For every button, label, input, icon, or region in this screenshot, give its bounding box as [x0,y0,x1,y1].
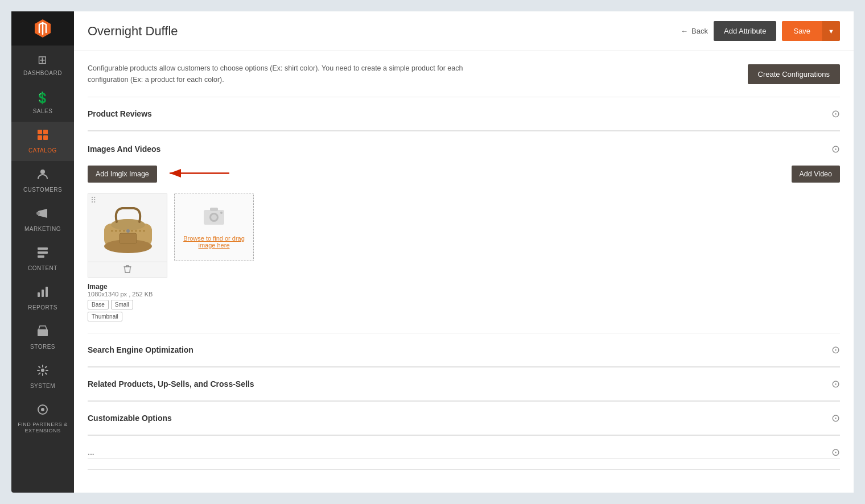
marketing-icon [36,207,49,223]
sidebar-item-label: CUSTOMERS [23,186,62,193]
sidebar-item-label: FIND PARTNERS & EXTENSIONS [16,422,69,434]
config-notice: Configurable products allow customers to… [88,51,840,97]
sidebar-item-system[interactable]: SYSTEM [11,357,74,396]
image-card: ⠿ [88,193,167,321]
sidebar-item-dashboard[interactable]: ⊞ DASHBOARD [11,46,74,84]
page-header: Overnight Duffle ← Back Add Attribute Sa… [74,11,854,51]
svg-point-28 [211,214,217,220]
sidebar-item-catalog[interactable]: CATALOG [11,122,74,161]
sidebar-item-sales[interactable]: 💲 SALES [11,84,74,122]
sidebar-item-label: CONTENT [28,265,57,272]
svg-rect-3 [43,135,48,140]
sidebar-item-label: SALES [33,108,53,115]
sidebar-item-label: DASHBOARD [23,69,62,77]
sidebar-item-label: MARKETING [24,225,61,233]
additional-section-title: ... [88,448,94,457]
magento-logo-icon [32,18,53,39]
svg-rect-1 [43,130,48,134]
trash-icon[interactable] [123,265,131,275]
page-title: Overnight Duffle [88,24,681,39]
save-button[interactable]: Save [782,21,822,41]
extensions-icon [36,403,49,419]
customizable-options-section: Customizable Options ⊙ [88,402,840,436]
additional-section-toggle-icon: ⊙ [831,446,840,458]
image-tags: Base Small [88,300,167,309]
reports-icon [36,286,49,301]
image-tag-small[interactable]: Small [111,300,133,309]
sidebar-item-stores[interactable]: STORES [11,318,74,357]
stores-icon [36,325,49,341]
config-notice-text: Configurable products allow customers to… [88,63,486,85]
product-reviews-toggle-icon: ⊙ [831,108,840,120]
svg-point-13 [41,369,44,372]
svg-point-15 [41,408,44,411]
product-image-svg [97,198,159,258]
add-attribute-button[interactable]: Add Attribute [714,21,776,41]
dashboard-icon: ⊞ [38,52,48,67]
svg-rect-10 [42,290,44,297]
svg-rect-24 [120,233,137,243]
delete-icon-area [88,262,167,278]
main-content: Overnight Duffle ← Back Add Attribute Sa… [74,11,854,493]
save-dropdown-button[interactable]: ▼ [822,21,840,41]
product-reviews-header[interactable]: Product Reviews ⊙ [88,97,840,131]
customizable-options-title: Customizable Options [88,414,172,423]
sidebar: ⊞ DASHBOARD 💲 SALES CATALOG CUSTOMERS MA… [11,11,74,493]
svg-point-25 [126,229,130,233]
svg-rect-9 [38,292,40,297]
content-icon [36,246,49,262]
drag-handle-icon[interactable]: ⠿ [90,196,96,205]
upload-text[interactable]: Browse to find or drag image here [175,235,253,249]
svg-rect-12 [38,329,48,336]
image-meta: Image 1080x1340 px , 252 KB Base Small T… [88,283,167,321]
system-icon [36,364,49,380]
image-tag-base[interactable]: Base [88,300,109,309]
svg-rect-7 [38,251,48,254]
customizable-options-toggle-icon: ⊙ [831,412,840,424]
additional-section-header[interactable]: ... ⊙ [88,446,840,459]
related-products-title: Related Products, Up-Sells, and Cross-Se… [88,379,254,389]
images-videos-header: Images And Videos ⊙ [88,143,840,155]
svg-rect-8 [38,255,44,258]
customers-icon [36,168,49,184]
back-label: Back [691,27,708,35]
upload-image-card[interactable]: Browse to find or drag image here [174,193,254,261]
seo-toggle-icon: ⊙ [831,344,840,356]
seo-title: Search Engine Optimization [88,345,193,354]
svg-rect-29 [210,208,218,211]
add-imgix-button[interactable]: Add Imgix Image [88,166,157,183]
add-video-button[interactable]: Add Video [792,166,840,183]
sidebar-item-content[interactable]: CONTENT [11,239,74,279]
images-videos-toggle-icon: ⊙ [831,143,840,155]
sidebar-item-reports[interactable]: REPORTS [11,279,74,318]
svg-rect-6 [38,247,48,250]
back-button[interactable]: ← Back [681,27,708,35]
svg-point-30 [220,212,223,214]
product-image-card: ⠿ [88,193,167,278]
image-tag-thumbnail[interactable]: Thumbnail [88,312,122,321]
related-products-section: Related Products, Up-Sells, and Cross-Se… [88,367,840,402]
svg-point-5 [36,212,40,215]
red-arrow-annotation [164,165,232,184]
images-videos-title: Images And Videos [88,144,160,154]
related-products-toggle-icon: ⊙ [831,378,840,390]
images-videos-section: Images And Videos ⊙ Add Imgix Image [88,131,840,333]
catalog-icon [36,129,49,144]
sales-icon: 💲 [35,90,50,105]
image-dimensions: 1080x1340 px , 252 KB [88,291,167,298]
product-image-inner [88,193,167,262]
customizable-options-header[interactable]: Customizable Options ⊙ [88,402,840,435]
related-products-header[interactable]: Related Products, Up-Sells, and Cross-Se… [88,367,840,401]
create-configurations-button[interactable]: Create Configurations [748,64,840,84]
additional-section-partial: ... ⊙ [88,436,840,470]
sidebar-item-label: STORES [30,343,55,350]
product-reviews-title: Product Reviews [88,109,152,118]
sidebar-item-marketing[interactable]: MARKETING [11,200,74,239]
svg-rect-11 [46,287,48,297]
seo-header[interactable]: Search Engine Optimization ⊙ [88,333,840,367]
sidebar-item-customers[interactable]: CUSTOMERS [11,161,74,200]
sidebar-item-label: CATALOG [28,147,57,154]
svg-rect-0 [38,130,42,134]
sidebar-item-extensions[interactable]: FIND PARTNERS & EXTENSIONS [11,396,74,441]
header-actions: ← Back Add Attribute Save ▼ [681,21,840,41]
